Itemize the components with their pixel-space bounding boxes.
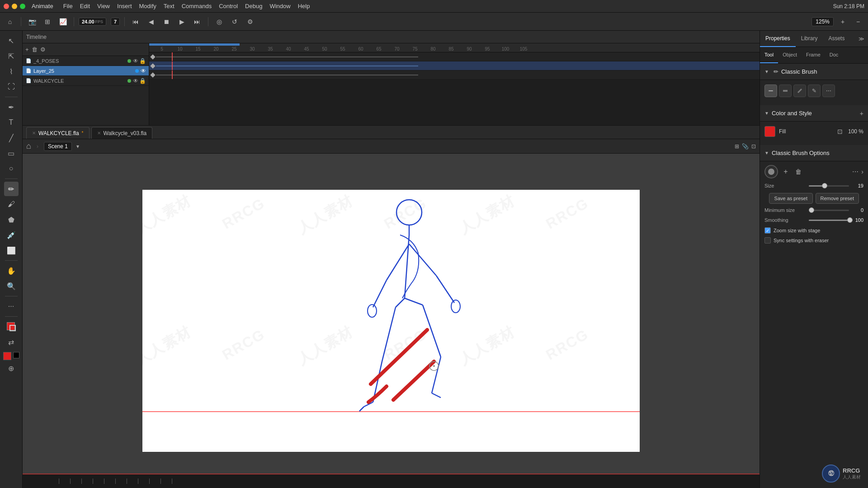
close-button[interactable] [4, 4, 9, 9]
brush-style-callig[interactable] [793, 84, 806, 97]
toolbar-snap[interactable]: ⊞ [41, 15, 54, 28]
toolbar-stop[interactable]: ⏹ [160, 15, 173, 28]
scene-dropdown-icon[interactable]: ▾ [76, 143, 79, 150]
panel-tab-assets[interactable]: Assets [823, 31, 850, 47]
tool-line[interactable]: ╱ [4, 131, 19, 145]
tab-close-icon[interactable]: ✕ [32, 131, 36, 136]
tool-swap-colors[interactable]: ⇄ [4, 335, 19, 349]
toolbar-zoom-in[interactable]: + [836, 15, 849, 28]
canvas-stage[interactable]: 人人素材RRCG 人人素材RRCG 人人素材RRCG 人人素材RRCG 人人素材… [23, 154, 760, 488]
color-section-header[interactable]: ▼ Color and Style + [760, 105, 868, 122]
toolbar-play[interactable]: ▶ [175, 15, 188, 28]
layer-visibility-poses[interactable]: 👁 [133, 58, 138, 64]
layer-row-layer25[interactable]: 📄 Layer_25 👁 [23, 66, 149, 76]
tool-zoom[interactable]: 🔍 [4, 279, 19, 293]
tool-more[interactable]: ··· [4, 299, 19, 314]
delete-layer-btn[interactable]: 🗑 [32, 46, 38, 53]
menu-view[interactable]: View [97, 3, 110, 9]
color-reset-btn[interactable]: ⊡ [835, 127, 844, 136]
layer-visibility-layer25[interactable]: 👁 [141, 68, 146, 74]
tool-subselect[interactable]: ⇱ [4, 49, 19, 63]
add-preset-btn[interactable]: + [781, 167, 791, 177]
tool-pen[interactable]: ✒ [4, 100, 19, 114]
remove-preset-btn[interactable]: Remove preset [816, 193, 859, 204]
scene-view-btn[interactable]: ⊞ [735, 143, 739, 150]
menu-bar[interactable]: File Edit View Insert Modify Text Comman… [63, 3, 310, 9]
smoothing-slider-track[interactable] [809, 220, 849, 221]
menu-debug[interactable]: Debug [245, 3, 262, 9]
toolbar-play-forward[interactable]: ⏭ [191, 15, 203, 28]
min-size-slider-track[interactable] [809, 210, 849, 211]
sync-eraser-checkbox[interactable] [764, 237, 771, 244]
color-swatches[interactable] [5, 320, 18, 333]
tool-lasso[interactable]: ⌇ [4, 64, 19, 79]
track-row-walkcycle[interactable] [149, 70, 760, 80]
layer-lock-walkcycle[interactable]: 🔒 [139, 78, 146, 84]
tool-select[interactable]: ↖ [4, 33, 19, 48]
canvas-tab-walkcycle[interactable]: ✕ WALKCYCLE.fla * [26, 127, 90, 139]
maximize-button[interactable] [20, 4, 25, 9]
brush-style-edit[interactable]: ✎ [808, 84, 821, 97]
track-row-poses[interactable] [149, 52, 760, 61]
panel-tab-library[interactable]: Library [796, 31, 823, 47]
menu-text[interactable]: Text [164, 3, 175, 9]
layer-row-poses[interactable]: 📄 _4_POSES 👁 🔒 [23, 56, 149, 66]
tool-hand[interactable]: ✋ [4, 263, 19, 278]
add-layer-btn[interactable]: + [25, 46, 29, 53]
window-controls[interactable] [4, 4, 25, 9]
stroke-color-swatch[interactable] [9, 325, 16, 331]
active-stroke[interactable] [13, 352, 19, 358]
preset-circle[interactable] [764, 165, 778, 178]
toolbar-loop[interactable]: ↺ [228, 15, 241, 28]
layer-settings-btn[interactable]: ⚙ [40, 46, 46, 53]
tool-oval[interactable]: ○ [4, 161, 19, 176]
brush-style-round[interactable] [764, 84, 777, 97]
toolbar-graph[interactable]: 📈 [57, 15, 69, 28]
toolbar-zoom-out[interactable]: − [852, 15, 864, 28]
sub-tab-tool[interactable]: Tool [760, 47, 778, 63]
menu-window[interactable]: Window [269, 3, 290, 9]
brush-section-header[interactable]: ▼ ✏ Classic Brush [760, 64, 868, 80]
menu-insert[interactable]: Insert [117, 3, 132, 9]
menu-help[interactable]: Help [298, 3, 310, 9]
home-icon[interactable]: ⌂ [26, 141, 31, 151]
menu-commands[interactable]: Commands [182, 3, 212, 9]
scene-clip-btn[interactable]: 📎 [742, 143, 749, 150]
tool-3d[interactable]: ⛶ [4, 80, 19, 94]
sub-tab-object[interactable]: Object [778, 47, 802, 63]
brush-options-header[interactable]: ▼ Classic Brush Options [760, 145, 868, 161]
active-fill[interactable] [3, 352, 11, 360]
panel-collapse-btn[interactable]: ≫ [855, 36, 868, 42]
toolbar-sync[interactable]: ⚙ [244, 15, 256, 28]
toolbar-play-back[interactable]: ◀ [145, 15, 157, 28]
menu-file[interactable]: File [63, 3, 73, 9]
tab-close-icon-v03[interactable]: ✕ [97, 131, 101, 136]
save-preset-btn[interactable]: Save as preset [769, 193, 813, 204]
tool-eraser[interactable]: ⬜ [4, 243, 19, 258]
color-more-btn[interactable]: + [860, 110, 863, 117]
canvas-tab-v03[interactable]: ✕ Walkcycle_v03.fla [91, 127, 153, 139]
scene-zoom-btn[interactable]: ⊡ [751, 143, 756, 150]
layer-lock-poses[interactable]: 🔒 [139, 58, 146, 64]
menu-modify[interactable]: Modify [139, 3, 156, 9]
toolbar-prev-frame[interactable]: ⏮ [129, 15, 142, 28]
layer-visibility-walkcycle[interactable]: 👁 [133, 78, 138, 84]
track-row-layer25[interactable] [149, 61, 760, 70]
arrow-preset-btn[interactable]: › [861, 168, 863, 175]
tool-text[interactable]: T [4, 115, 19, 130]
fill-color-swatch-panel[interactable] [764, 126, 775, 137]
sub-tab-frame[interactable]: Frame [802, 47, 825, 63]
tool-layer-effects[interactable]: ⊕ [4, 361, 19, 375]
tool-paint-bucket[interactable]: ⬟ [4, 212, 19, 227]
tool-eyedropper[interactable]: 💉 [4, 228, 19, 242]
toolbar-home[interactable]: ⌂ [4, 15, 16, 28]
minimize-button[interactable] [12, 4, 17, 9]
zoom-size-checkbox[interactable]: ✓ [764, 227, 771, 234]
toolbar-onion[interactable]: ◎ [213, 15, 226, 28]
delete-preset-btn[interactable]: 🗑 [793, 167, 803, 177]
sub-tab-doc[interactable]: Doc [825, 47, 843, 63]
tool-rect[interactable]: ▭ [4, 146, 19, 160]
brush-style-flat[interactable] [779, 84, 792, 97]
tool-brush[interactable]: 🖌 [4, 197, 19, 211]
size-slider-track[interactable] [809, 185, 849, 187]
